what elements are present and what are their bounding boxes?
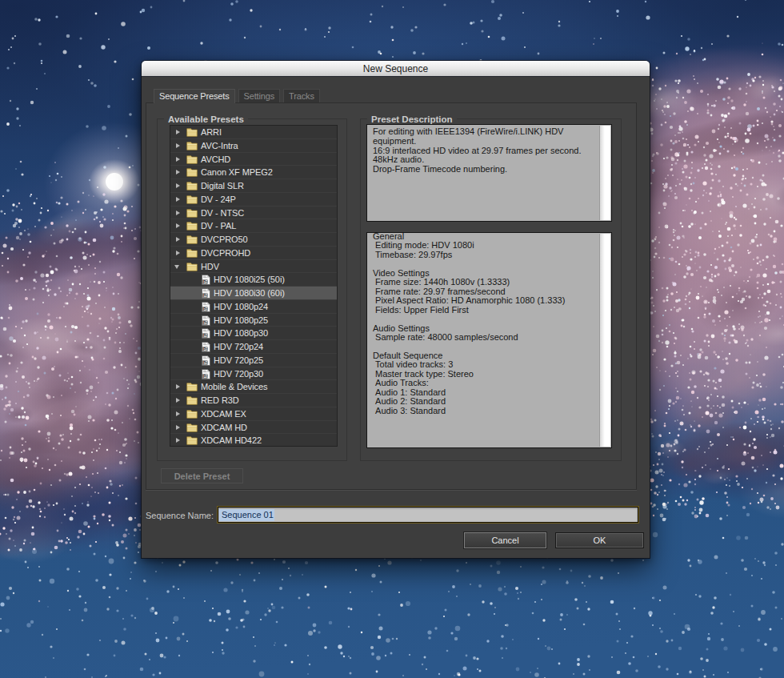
svg-text:Pr: Pr (203, 374, 207, 378)
svg-text:Pr: Pr (203, 347, 207, 351)
svg-text:Pr: Pr (203, 320, 207, 324)
svg-text:Pr: Pr (203, 294, 207, 298)
svg-text:Pr: Pr (203, 307, 207, 311)
svg-text:Pr: Pr (203, 360, 207, 364)
svg-text:Pr: Pr (203, 334, 207, 338)
svg-text:Pr: Pr (203, 280, 207, 284)
